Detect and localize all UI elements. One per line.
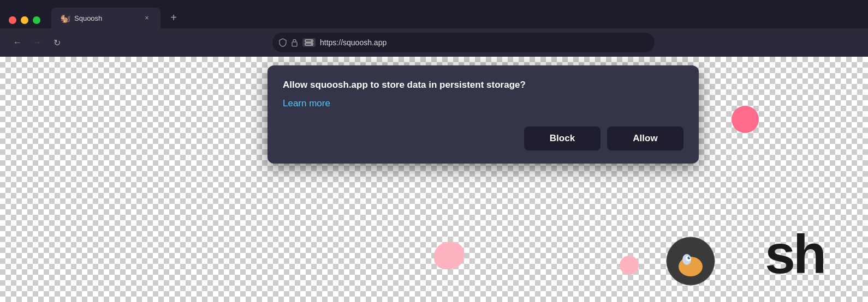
close-button[interactable] bbox=[9, 16, 16, 24]
back-button[interactable]: ← bbox=[9, 34, 26, 51]
lock-icon bbox=[291, 38, 298, 47]
block-button[interactable]: Block bbox=[524, 126, 601, 150]
tab-title: Squoosh bbox=[74, 14, 138, 22]
popup-actions: Block Allow bbox=[283, 126, 683, 150]
tab-close-button[interactable]: × bbox=[142, 13, 152, 23]
minimize-button[interactable] bbox=[21, 16, 28, 24]
svg-point-9 bbox=[688, 257, 691, 259]
address-bar-icons bbox=[279, 38, 316, 47]
url-input[interactable] bbox=[320, 38, 648, 47]
svg-point-10 bbox=[689, 257, 690, 258]
browser-chrome: 🐿️ Squoosh × + ← → ↻ bbox=[0, 0, 868, 57]
nav-bar: ← → ↻ bbox=[0, 28, 868, 57]
svg-point-3 bbox=[311, 40, 312, 41]
learn-more-link[interactable]: Learn more bbox=[283, 98, 330, 109]
window-controls bbox=[9, 16, 51, 28]
refresh-button[interactable]: ↻ bbox=[48, 34, 66, 51]
storage-icon bbox=[302, 38, 316, 47]
popup-question-text: Allow squoosh.app to store data in persi… bbox=[283, 78, 683, 92]
active-tab[interactable]: 🐿️ Squoosh × bbox=[51, 8, 160, 28]
decorative-dot-pink-blob bbox=[434, 242, 464, 269]
permission-popup: Allow squoosh.app to store data in persi… bbox=[267, 65, 699, 164]
new-tab-button[interactable]: + bbox=[165, 9, 182, 26]
svg-point-4 bbox=[311, 44, 312, 45]
page-content: sh Allow squoosh.app to store data in pe… bbox=[0, 57, 868, 302]
forward-button[interactable]: → bbox=[28, 34, 46, 51]
decorative-dot-red bbox=[732, 106, 759, 133]
tab-favicon: 🐿️ bbox=[60, 13, 70, 23]
tab-bar: 🐿️ Squoosh × + bbox=[0, 0, 868, 28]
svg-rect-0 bbox=[292, 42, 297, 46]
squoosh-logo bbox=[666, 237, 715, 286]
squoosh-brand-text: sh bbox=[765, 223, 824, 286]
shield-icon bbox=[279, 38, 287, 47]
allow-button[interactable]: Allow bbox=[607, 126, 683, 150]
decorative-dot-pink-small bbox=[620, 256, 639, 275]
maximize-button[interactable] bbox=[33, 16, 40, 24]
address-bar[interactable] bbox=[272, 33, 655, 52]
